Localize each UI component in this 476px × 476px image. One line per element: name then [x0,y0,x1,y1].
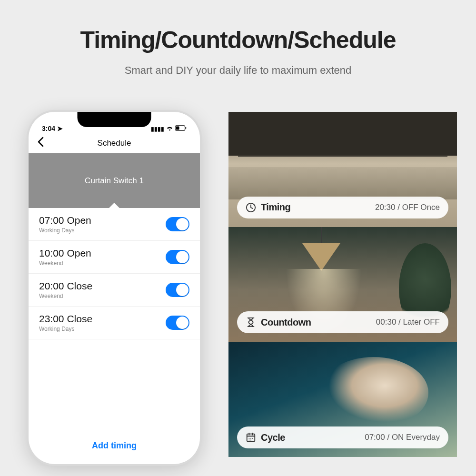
app-header: Schedule [29,133,200,153]
scene-timing: Timing 20:30 / OFF Once [228,112,457,227]
schedule-row[interactable]: 10:00 Open Weekend [29,241,200,274]
scenes-panel: Timing 20:30 / OFF Once Countdown 00:30 … [228,112,457,457]
page-subtitle: Smart and DIY your daily life to maximum… [0,64,476,77]
header-title: Schedule [98,139,131,148]
signal-icon: ▮▮▮▮ [151,126,164,132]
svg-point-5 [248,438,249,439]
calendar-icon [246,432,256,443]
status-icons: ▮▮▮▮ [151,125,187,132]
schedule-row[interactable]: 20:00 Close Weekend [29,274,200,307]
schedule-row[interactable]: 07:00 Open Working Days [29,208,200,241]
scene-label: Timing [261,202,290,213]
svg-point-8 [248,440,249,441]
scene-pill: Countdown 00:30 / Later OFF [237,311,448,333]
schedule-toggle[interactable] [166,283,189,297]
phone-notch [78,112,151,127]
clock-icon [246,202,256,213]
svg-point-7 [252,438,253,439]
schedule-toggle[interactable] [166,250,189,264]
schedule-time: 23:00 Close [39,313,92,325]
scene-cycle: Cycle 07:00 / ON Everyday [228,342,457,457]
svg-rect-2 [176,127,179,130]
schedule-time: 07:00 Open [39,215,91,226]
scene-value: 20:30 / OFF Once [375,203,440,212]
svg-point-9 [250,440,251,441]
battery-icon [175,125,187,132]
svg-point-6 [250,438,251,439]
schedule-time: 10:00 Open [39,248,91,259]
phone-mockup: 3:04 ➤ ▮▮▮▮ Schedule Curtain Switch 1 [29,112,200,464]
hourglass-icon [246,317,256,327]
schedule-toggle[interactable] [166,316,189,330]
scene-value: 07:00 / ON Everyday [365,433,440,442]
scene-label: Cycle [261,432,285,443]
status-time: 3:04 ➤ [42,125,63,132]
back-button[interactable] [37,137,44,150]
schedule-time: 20:00 Close [39,280,92,292]
scene-countdown: Countdown 00:30 / Later OFF [228,227,457,342]
schedule-days: Weekend [39,260,91,267]
scene-value: 00:30 / Later OFF [376,317,440,327]
page-title: Timing/Countdown/Schedule [0,0,476,54]
add-timing-button[interactable]: Add timing [29,441,200,451]
scene-pill: Timing 20:30 / OFF Once [237,197,448,218]
wifi-icon [166,125,173,132]
schedule-row[interactable]: 23:00 Close Working Days [29,307,200,339]
schedule-toggle[interactable] [166,217,189,231]
device-name: Curtain Switch 1 [85,176,144,186]
schedule-days: Working Days [39,227,91,234]
device-banner: Curtain Switch 1 [29,153,200,208]
svg-rect-1 [185,127,186,129]
schedule-days: Weekend [39,293,92,299]
schedule-days: Working Days [39,326,92,332]
scene-pill: Cycle 07:00 / ON Everyday [237,426,448,448]
scene-label: Countdown [261,317,311,328]
schedule-list: 07:00 Open Working Days 10:00 Open Weeke… [29,208,200,339]
